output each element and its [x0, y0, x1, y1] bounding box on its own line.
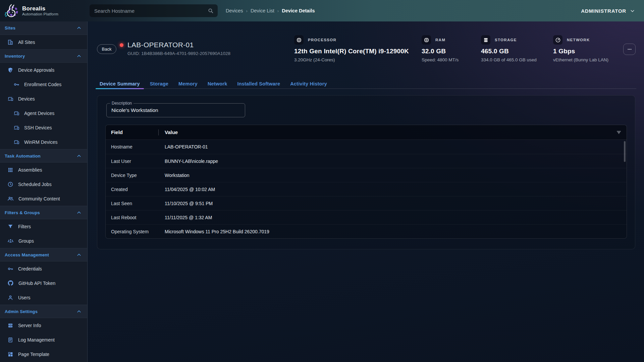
stat-label: RAM — [435, 38, 445, 42]
row-value: Microsoft Windows 11 Pro 25H2 Build 2620… — [165, 229, 269, 234]
chevron-up-icon — [76, 53, 82, 59]
storage-icon-box — [481, 35, 490, 45]
description-field-label: Description — [110, 101, 133, 106]
chevron-down-icon — [630, 8, 635, 14]
tab-network[interactable]: Network — [204, 79, 231, 88]
sidebar-section-filters-groups[interactable]: Filters & Groups — [0, 206, 87, 219]
row-value: BUNNY-LAB\nicole.rappe — [165, 159, 218, 164]
chevron-up-icon — [76, 210, 82, 216]
sidebar-item-scheduled-jobs[interactable]: Scheduled Jobs — [0, 177, 87, 191]
sidebar-item-agent-devices[interactable]: Agent Devices — [0, 106, 87, 120]
row-value: 11/10/2025 @ 9:51 PM — [165, 201, 213, 206]
sidebar-section-label: Inventory — [5, 54, 25, 59]
stat-subtext: Speed: 4800 MT/s — [422, 57, 459, 62]
sidebar-item-groups[interactable]: Groups — [0, 234, 87, 248]
tab-device-summary[interactable]: Device Summary — [96, 79, 144, 88]
search-input[interactable] — [94, 8, 208, 14]
sidebar-item-community-content[interactable]: Community Content — [0, 191, 87, 206]
devices-icon — [13, 139, 19, 145]
row-field: Hostname — [106, 144, 165, 149]
description-input[interactable] — [111, 107, 240, 113]
sidebar-item-credentials[interactable]: Credentials — [0, 261, 87, 276]
breadcrumb: Devices›Device List›Device Details — [226, 8, 315, 13]
chevron-up-icon — [76, 252, 82, 258]
devices-icon — [13, 125, 19, 131]
breadcrumb-separator-icon: › — [277, 8, 279, 13]
network-icon-box — [553, 35, 562, 45]
sidebar-item-label: All Sites — [18, 40, 35, 45]
sidebar-item-server-info[interactable]: Server Info — [0, 318, 87, 333]
search-box[interactable] — [90, 4, 218, 17]
sidebar-item-assemblies[interactable]: Assemblies — [0, 163, 87, 177]
row-value: 11/11/2025 @ 1:32 AM — [165, 215, 212, 220]
sidebar-item-page-template[interactable]: Page Template — [0, 347, 87, 361]
device-title-block: LAB-OPERATOR-01 GUID: 1B4B386B-649A-4701… — [120, 41, 230, 56]
sidebar-item-label: Credentials — [18, 266, 42, 272]
sidebar-item-label: Users — [18, 295, 31, 300]
sidebar-section-sites[interactable]: Sites — [0, 21, 87, 35]
breadcrumb-device-details[interactable]: Device Details — [282, 8, 315, 13]
device-guid: GUID: 1B4B386B-649A-4701-9892-2057690A10… — [127, 51, 230, 56]
stat-subtext: 334.0 GB of 465.0 GB used — [481, 57, 537, 62]
sidebar-section-admin-settings[interactable]: Admin Settings — [0, 305, 87, 318]
user-menu[interactable]: ADMINISTRATOR — [581, 8, 635, 14]
sidebar: SitesAll SitesInventoryDevice ApprovalsE… — [0, 21, 88, 362]
sidebar-item-device-approvals[interactable]: Device Approvals — [0, 63, 87, 77]
sidebar-section-task-automation[interactable]: Task Automation — [0, 149, 87, 163]
sidebar-item-label: Device Approvals — [18, 67, 54, 73]
sidebar-section-label: Filters & Groups — [5, 210, 40, 215]
sidebar-item-enrollment-codes[interactable]: Enrollment Codes — [0, 77, 87, 92]
sidebar-item-winrm-devices[interactable]: WinRM Devices — [0, 135, 87, 149]
table-row-last-user: Last UserBUNNY-LAB\nicole.rappe — [106, 154, 627, 168]
building-icon — [7, 39, 13, 45]
row-field: Last User — [106, 159, 165, 164]
sidebar-item-github-api-token[interactable]: GitHub API Token — [0, 276, 87, 290]
tab-installed-software[interactable]: Installed Software — [233, 79, 284, 88]
shield-check-icon — [7, 67, 13, 73]
sidebar-section-inventory[interactable]: Inventory — [0, 49, 87, 63]
chevron-up-icon — [76, 153, 82, 159]
ram-icon-box — [422, 35, 431, 45]
cpu-icon-box — [294, 35, 304, 45]
github-icon — [7, 280, 14, 286]
sidebar-item-label: Enrollment Codes — [24, 82, 61, 87]
tab-memory[interactable]: Memory — [174, 79, 202, 88]
row-value: LAB-OPERATOR-01 — [165, 144, 208, 149]
chevron-up-icon — [76, 25, 82, 31]
back-button[interactable]: Back — [97, 44, 116, 54]
table-scrollbar-thumb[interactable] — [624, 141, 626, 162]
sidebar-item-all-sites[interactable]: All Sites — [0, 35, 87, 49]
stat-value: 465.0 GB — [481, 48, 537, 55]
sidebar-item-label: Server Info — [18, 323, 41, 328]
sidebar-item-label: Page Template — [18, 352, 49, 357]
sidebar-section-access-management[interactable]: Access Management — [0, 248, 87, 261]
sidebar-item-label: Groups — [18, 238, 34, 244]
sidebar-item-log-management[interactable]: Log Management — [0, 333, 87, 347]
sidebar-item-ssh-devices[interactable]: SSH Devices — [0, 120, 87, 135]
table-filter-icon[interactable] — [616, 129, 622, 135]
stat-value: 12th Gen Intel(R) Core(TM) i9-12900K — [294, 48, 409, 55]
sidebar-item-filters[interactable]: Filters — [0, 219, 87, 234]
breadcrumb-device-list[interactable]: Device List — [251, 8, 274, 13]
sidebar-item-users[interactable]: Users — [0, 290, 87, 305]
tab-activity-history[interactable]: Activity History — [286, 79, 331, 88]
tab-storage[interactable]: Storage — [146, 79, 172, 88]
stat-value: 1 Gbps — [553, 48, 608, 55]
search-icon[interactable] — [208, 8, 214, 14]
device-name: LAB-OPERATOR-01 — [127, 41, 194, 49]
breadcrumb-devices[interactable]: Devices — [226, 8, 243, 13]
stat-subtext: 3.20GHz (24-Cores) — [294, 57, 409, 62]
stat-label: PROCESSOR — [308, 38, 336, 42]
description-field[interactable]: Description — [106, 103, 245, 117]
row-value: Workstation — [165, 173, 190, 178]
log-icon — [7, 337, 13, 343]
user-menu-label: ADMINISTRATOR — [581, 8, 626, 14]
sidebar-item-label: Assemblies — [18, 167, 42, 173]
key-icon — [7, 266, 13, 272]
device-tabs: Device SummaryStorageMemoryNetworkInstal… — [96, 79, 636, 89]
sidebar-item-devices[interactable]: Devices — [0, 92, 87, 106]
stat-ram: RAM32.0 GBSpeed: 4800 MT/s — [422, 35, 459, 62]
row-field: Created — [106, 187, 165, 192]
row-field: Last Seen — [106, 201, 165, 206]
more-actions-button[interactable] — [623, 44, 636, 55]
